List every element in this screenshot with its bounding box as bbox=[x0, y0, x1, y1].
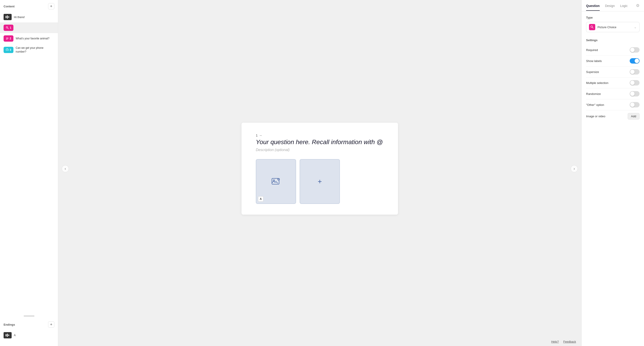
sidebar-item-question-3[interactable]: 3 Can we get your phone number? bbox=[0, 44, 58, 56]
other-option-label: "Other" option bbox=[586, 103, 604, 107]
svg-rect-8 bbox=[7, 334, 8, 337]
endings-title: Endings bbox=[4, 323, 15, 326]
scroll-indicator bbox=[24, 315, 34, 316]
q1-number: 1 bbox=[10, 26, 12, 29]
randomize-label: Randomize bbox=[586, 92, 601, 96]
svg-rect-1 bbox=[7, 16, 8, 19]
q1-badge: 1 bbox=[4, 25, 14, 31]
show-labels-label: Show labels bbox=[586, 59, 602, 63]
feedback-link[interactable]: Feedback bbox=[563, 340, 576, 343]
sidebar-item-question-2[interactable]: 2 What's your favorite animal? bbox=[0, 33, 58, 44]
endings-section-header: Endings + bbox=[0, 318, 58, 330]
add-image-button[interactable]: Add bbox=[628, 113, 640, 120]
type-icon bbox=[589, 24, 595, 30]
canvas-area: ‹ 1 → Your question here. Recall informa… bbox=[58, 0, 582, 337]
right-panel: Question Design Logic ⚙ Type Picture Cho… bbox=[582, 0, 644, 346]
tab-question[interactable]: Question bbox=[586, 1, 600, 11]
image-video-label: Image or video bbox=[586, 115, 605, 118]
q3-badge: 3 bbox=[4, 47, 14, 53]
type-label: Type bbox=[586, 16, 640, 19]
multiple-selection-toggle-knob bbox=[630, 81, 634, 85]
supersize-toggle[interactable] bbox=[630, 69, 640, 75]
multiple-selection-toggle[interactable] bbox=[630, 80, 640, 86]
settings-label: Settings bbox=[586, 39, 640, 42]
welcome-item[interactable]: Hi there! bbox=[0, 12, 58, 22]
svg-rect-9 bbox=[8, 334, 9, 336]
svg-point-6 bbox=[7, 50, 8, 50]
question-number: 1 bbox=[256, 133, 258, 137]
settings-gear-icon[interactable]: ⚙ bbox=[636, 0, 640, 11]
settings-row-randomize: Randomize bbox=[586, 88, 640, 99]
sidebar: Content + Hi there! 1 2 bbox=[0, 0, 58, 346]
welcome-icon bbox=[4, 14, 12, 20]
help-link[interactable]: Help? bbox=[551, 340, 559, 343]
settings-row-show-labels: Show labels bbox=[586, 56, 640, 67]
settings-row-other-option: "Other" option bbox=[586, 99, 640, 110]
settings-row-multiple-selection: Multiple selection bbox=[586, 78, 640, 88]
type-name: Picture Choice bbox=[598, 26, 632, 29]
ending-label: A bbox=[14, 333, 16, 337]
q2-text: What's your favorite animal? bbox=[16, 37, 50, 41]
tab-logic[interactable]: Logic bbox=[620, 1, 628, 11]
add-content-button[interactable]: + bbox=[48, 3, 54, 10]
dropdown-arrow-icon: ⌄ bbox=[634, 25, 636, 29]
add-ending-button[interactable]: + bbox=[48, 321, 54, 328]
svg-rect-0 bbox=[6, 16, 6, 18]
question-number-row: 1 → bbox=[256, 133, 384, 137]
multiple-selection-label: Multiple selection bbox=[586, 81, 608, 85]
main-canvas: ‹ 1 → Your question here. Recall informa… bbox=[58, 0, 582, 346]
svg-line-4 bbox=[8, 28, 8, 29]
svg-rect-2 bbox=[8, 16, 9, 18]
q2-number: 2 bbox=[10, 37, 11, 40]
required-toggle[interactable] bbox=[630, 47, 640, 53]
q2-badge: 2 bbox=[4, 35, 14, 42]
add-choice-card[interactable]: + bbox=[300, 159, 340, 204]
ending-item[interactable]: A bbox=[0, 330, 58, 341]
supersize-label: Supersize bbox=[586, 70, 599, 74]
type-dropdown[interactable]: Picture Choice ⌄ bbox=[586, 22, 640, 32]
q3-number: 3 bbox=[10, 48, 11, 52]
svg-rect-7 bbox=[6, 334, 6, 336]
randomize-toggle-knob bbox=[630, 92, 634, 96]
welcome-text: Hi there! bbox=[14, 16, 25, 19]
type-section: Type Picture Choice ⌄ bbox=[582, 12, 644, 34]
show-labels-toggle[interactable] bbox=[630, 58, 640, 64]
question-card: 1 → Your question here. Recall informati… bbox=[242, 123, 398, 215]
content-section-header: Content + bbox=[0, 0, 58, 12]
settings-row-required: Required bbox=[586, 45, 640, 56]
required-label: Required bbox=[586, 48, 598, 52]
settings-row-image-video: Image or video Add bbox=[586, 110, 640, 122]
add-choice-icon: + bbox=[318, 177, 322, 186]
panel-tabs: Question Design Logic ⚙ bbox=[582, 0, 644, 12]
add-image-icon bbox=[272, 177, 280, 186]
other-option-toggle-knob bbox=[630, 103, 634, 107]
question-description[interactable]: Description (optional) bbox=[256, 148, 384, 152]
content-title: Content bbox=[4, 5, 14, 8]
sidebar-item-question-1[interactable]: 1 bbox=[0, 22, 58, 33]
nav-next-button[interactable]: › bbox=[571, 165, 578, 172]
nav-prev-button[interactable]: ‹ bbox=[62, 165, 69, 172]
randomize-toggle[interactable] bbox=[630, 91, 640, 97]
svg-point-11 bbox=[273, 180, 274, 181]
choices-grid: A + bbox=[256, 159, 384, 204]
settings-row-supersize: Supersize bbox=[586, 67, 640, 78]
required-toggle-knob bbox=[630, 48, 634, 52]
choice-card-a[interactable]: A bbox=[256, 159, 296, 204]
question-arrow: → bbox=[259, 134, 262, 137]
other-option-toggle[interactable] bbox=[630, 102, 640, 107]
q3-text: Can we get your phone number? bbox=[16, 46, 54, 54]
question-title[interactable]: Your question here. Recall information w… bbox=[256, 139, 384, 146]
tab-design[interactable]: Design bbox=[605, 1, 615, 11]
choice-a-label: A bbox=[258, 196, 264, 202]
show-labels-toggle-knob bbox=[634, 59, 639, 63]
ending-icon bbox=[4, 332, 12, 338]
settings-section: Settings Required Show labels Supersize … bbox=[582, 34, 644, 124]
footer: Help? Feedback bbox=[58, 337, 582, 346]
supersize-toggle-knob bbox=[630, 70, 634, 74]
